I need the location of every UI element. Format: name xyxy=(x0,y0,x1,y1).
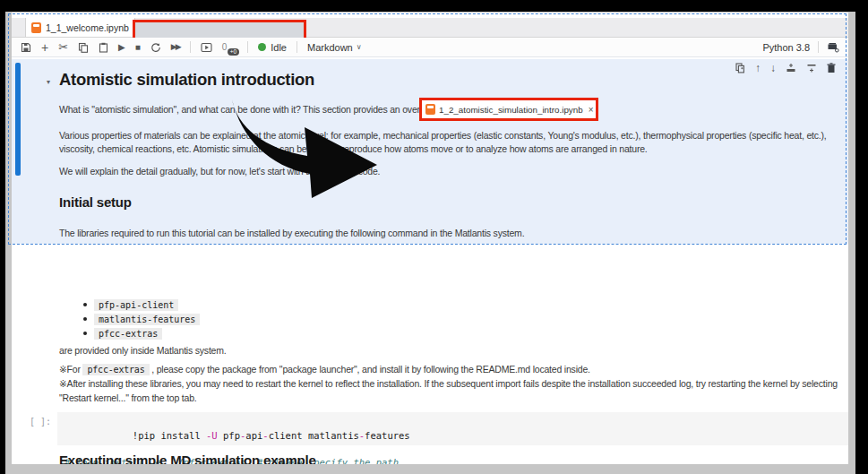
insert-cell-above-icon[interactable] xyxy=(786,63,796,73)
save-icon[interactable] xyxy=(21,42,31,53)
markdown-paragraph: What is "atomistic simulation", and what… xyxy=(59,104,457,115)
tab-title: 1_1_welcome.ipynb xyxy=(46,22,129,33)
kernel-status: Idle xyxy=(258,42,287,53)
list-item: pfp-api-client xyxy=(83,297,200,312)
inline-code: pfcc-extras xyxy=(94,328,162,340)
toolbar-separator xyxy=(247,41,248,53)
bullet-icon xyxy=(83,317,87,321)
move-cell-down-icon[interactable]: ↓ xyxy=(770,62,776,74)
red-highlight-tab-callout[interactable]: 1_2_atomistic_simulation_intro.ipynb × xyxy=(419,98,598,121)
chevron-down-icon: ∨ xyxy=(357,43,362,51)
cut-icon[interactable]: ✂ xyxy=(58,41,68,53)
notebook-file-icon xyxy=(31,22,41,33)
code-cell[interactable]: [ ]: !pip install -U pfp-api-client matl… xyxy=(12,412,848,448)
markdown-h1: Atomistic simulation introduction xyxy=(59,70,314,90)
markdown-paragraph: The libraries required to run this tutor… xyxy=(59,228,524,238)
jupyterlab-main-area: 1_1_welcome.ipynb × + ✂ ▶ ■ ▶▶ xyxy=(12,13,848,464)
restart-kernel-icon[interactable] xyxy=(150,42,161,53)
markdown-paragraph: are provided only inside Matlantis syste… xyxy=(59,345,227,356)
inline-code: pfcc-extras xyxy=(82,364,149,375)
notebook-file-icon xyxy=(425,104,435,115)
markdown-paragraph: ※After installing these libraries, you m… xyxy=(59,378,838,389)
cell-type-label: Markdown xyxy=(307,42,353,53)
fast-forward-icon[interactable]: ▶▶ xyxy=(171,43,180,51)
markdown-paragraph: We will explain the detail gradually, bu… xyxy=(59,166,380,177)
markdown-paragraph: Various properties of materials can be e… xyxy=(59,130,827,141)
markdown-paragraph: ※For pfcc-extras , please copy the packa… xyxy=(59,364,590,375)
cell-collapser-bar[interactable] xyxy=(15,63,21,176)
markdown-h2: Initial setup xyxy=(59,194,132,210)
callout-tab-title: 1_2_atomistic_simulation_intro.ipynb xyxy=(439,105,583,115)
add-cell-icon[interactable]: + xyxy=(41,41,48,54)
markdown-paragraph: viscosity, chemical reactions, etc. Atom… xyxy=(59,143,648,154)
run-all-boxed-icon[interactable] xyxy=(201,42,212,53)
list-item: pfcc-extras xyxy=(83,326,200,340)
delete-cell-icon[interactable] xyxy=(827,63,836,73)
toolbar-separator xyxy=(818,41,819,53)
toolbar-separator xyxy=(190,41,191,53)
inline-code: matlantis-features xyxy=(94,314,200,325)
kernel-indicator-icon xyxy=(827,41,839,53)
duplicate-cell-icon[interactable] xyxy=(735,63,745,73)
run-icon[interactable]: ▶ xyxy=(118,43,125,52)
tab-1-1-welcome[interactable]: 1_1_welcome.ipynb × xyxy=(25,18,135,37)
cell-toolbar: ↑ ↓ xyxy=(735,62,836,74)
bullet-icon xyxy=(83,332,87,335)
scheduled-cells-counter: 0 +0 xyxy=(222,42,238,52)
bullet-icon xyxy=(83,303,87,306)
code-line: !pip install -U pfp-api-client matlantis… xyxy=(64,416,842,456)
idle-status-label: Idle xyxy=(271,42,287,53)
copy-icon[interactable] xyxy=(78,42,89,53)
notebook-content: ↑ ↓ ▾ Atomistic simulation introduction … xyxy=(12,58,848,464)
notebook-tab-bar: 1_1_welcome.ipynb × xyxy=(12,18,848,38)
counter-badge: +0 xyxy=(228,48,239,56)
markdown-h2: Executing simple MD simulation example xyxy=(59,452,316,464)
cell-type-dropdown[interactable]: Markdown ∨ xyxy=(307,42,362,53)
list-item: matlantis-features xyxy=(83,312,200,326)
heading-collapse-icon[interactable]: ▾ xyxy=(47,78,50,86)
toolbar-separator xyxy=(296,41,297,53)
cell-prompt: [ ]: xyxy=(30,417,51,427)
idle-status-icon xyxy=(258,43,266,51)
insert-cell-below-icon[interactable] xyxy=(806,63,817,73)
code-editor[interactable]: !pip install -U pfp-api-client matlantis… xyxy=(57,412,848,445)
package-list: pfp-api-client matlantis-features pfcc-e… xyxy=(83,297,200,340)
stop-icon[interactable]: ■ xyxy=(135,43,141,52)
kernel-name-label[interactable]: Python 3.8 xyxy=(762,42,810,53)
screenshot-stage: 1_1_welcome.ipynb × + ✂ ▶ ■ ▶▶ xyxy=(0,0,868,474)
inline-code: pfp-api-client xyxy=(94,299,178,311)
notebook-toolbar: + ✂ ▶ ■ ▶▶ 0 +0 xyxy=(12,38,848,57)
callout-close-icon[interactable]: × xyxy=(589,105,594,115)
move-cell-up-icon[interactable]: ↑ xyxy=(755,62,761,74)
paste-icon[interactable] xyxy=(99,42,108,53)
markdown-paragraph: "Restart kernel..." from the top tab. xyxy=(59,392,197,403)
